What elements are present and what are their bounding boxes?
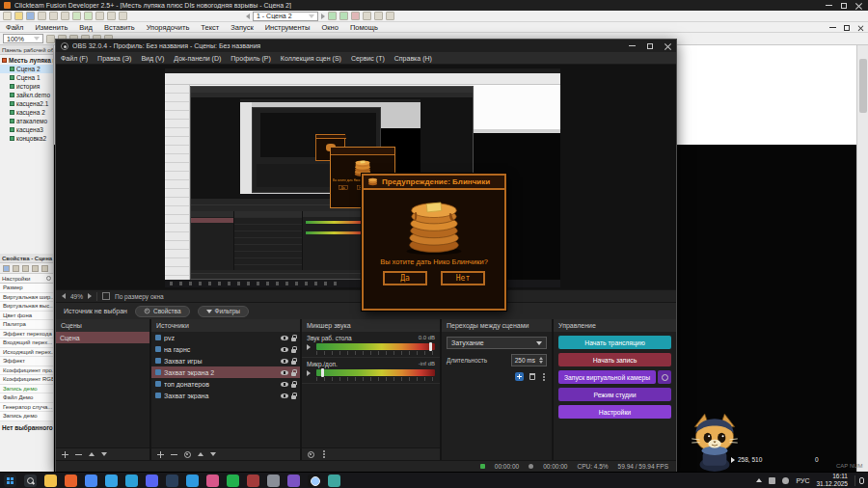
visibility-icon[interactable] xyxy=(281,382,288,387)
editor-vertical-scrollbar[interactable] xyxy=(856,45,868,472)
duration-spinner[interactable]: 250 ms xyxy=(511,354,547,366)
workspace-tree-item[interactable]: касцена3 xyxy=(0,125,53,134)
maximize-icon[interactable] xyxy=(841,3,847,9)
redo-icon[interactable] xyxy=(84,12,93,20)
sources-dock-title[interactable]: Источники xyxy=(151,319,300,332)
fit-to-window-checkbox[interactable] xyxy=(102,292,110,300)
obs-titlebar[interactable]: OBS 32.0.4 - Профиль: Без названия - Сце… xyxy=(56,40,676,52)
add-transition-button[interactable] xyxy=(515,372,524,381)
fusion-menu-item[interactable]: Помощь xyxy=(344,23,384,32)
source-settings-button[interactable] xyxy=(184,451,191,458)
lock-icon[interactable] xyxy=(291,395,296,399)
minimize-icon[interactable] xyxy=(829,27,836,28)
scene-down-button[interactable] xyxy=(101,452,107,456)
notification-center-button[interactable] xyxy=(854,475,864,486)
obs-menu-item[interactable]: Вид (V) xyxy=(136,55,169,62)
cut-icon[interactable] xyxy=(38,12,46,20)
volume-meter[interactable] xyxy=(316,369,435,376)
taskbar-app-icon[interactable] xyxy=(65,474,77,487)
taskbar-app-icon[interactable] xyxy=(267,474,280,487)
toolbar-icon[interactable] xyxy=(363,12,371,20)
taskbar-app-icon[interactable] xyxy=(308,474,320,487)
scrollbar-thumb[interactable] xyxy=(859,59,867,113)
events-tab-icon[interactable] xyxy=(32,265,39,272)
run-application-icon[interactable] xyxy=(328,12,337,20)
fusion-menu-item[interactable]: Окно xyxy=(315,23,343,32)
mixer-menu-button[interactable] xyxy=(323,453,325,455)
dialog-titlebar[interactable]: Предупреждение: Блинчики xyxy=(364,176,504,190)
workspace-tree-item[interactable]: Сцена 1 xyxy=(0,73,53,82)
previous-frame-icon[interactable] xyxy=(246,14,250,19)
source-row[interactable]: Захват экрана 2 xyxy=(151,366,300,378)
fusion-menu-item[interactable]: Изменить xyxy=(29,23,73,32)
minimize-icon[interactable] xyxy=(826,5,832,6)
control-button[interactable]: Начать запись xyxy=(558,353,671,366)
taskbar-app-icon[interactable] xyxy=(186,474,199,487)
layout-tab-icon[interactable] xyxy=(13,265,19,272)
display-tab-icon[interactable] xyxy=(22,265,29,272)
close-icon[interactable] xyxy=(855,2,862,9)
property-row[interactable]: Эффект xyxy=(0,357,53,366)
workspace-tree-item[interactable]: Месть лупяка п... xyxy=(0,56,53,65)
search-icon[interactable] xyxy=(46,276,51,281)
maximize-icon[interactable] xyxy=(647,43,653,49)
transitions-dock-title[interactable]: Переходы между сценами xyxy=(442,319,552,332)
zoom-selector[interactable]: 100% xyxy=(3,34,43,43)
vcam-config-button[interactable] xyxy=(658,370,671,384)
taskbar-app-icon[interactable] xyxy=(24,474,37,487)
fusion-menu-item[interactable]: Вид xyxy=(73,23,98,32)
zoom-in-icon[interactable] xyxy=(88,293,92,299)
taskbar-app-icon[interactable] xyxy=(105,474,118,487)
visibility-icon[interactable] xyxy=(281,393,288,398)
property-row[interactable]: Эффект перехода xyxy=(0,330,53,339)
property-row[interactable]: Файл Демо xyxy=(0,393,53,403)
about-tab-icon[interactable] xyxy=(41,265,48,272)
source-row[interactable]: pvz xyxy=(151,332,300,343)
visibility-icon[interactable] xyxy=(281,347,288,352)
obs-menu-item[interactable]: Док-панели (D) xyxy=(169,55,226,62)
run-frame-icon[interactable] xyxy=(339,12,348,20)
workspace-tree-item[interactable]: концовка2 xyxy=(0,134,53,143)
zoom-out-icon[interactable] xyxy=(62,293,66,299)
source-filters-button[interactable]: Фильтры xyxy=(198,306,250,317)
dialog-yes-button[interactable]: Да xyxy=(383,271,427,285)
lock-icon[interactable] xyxy=(291,372,296,376)
property-row[interactable]: Исходящий перех... xyxy=(0,348,53,358)
volume-icon[interactable] xyxy=(769,477,775,484)
remove-transition-button[interactable] xyxy=(529,373,535,380)
mixer-settings-button[interactable] xyxy=(308,451,314,458)
volume-fader[interactable] xyxy=(429,342,432,351)
source-row[interactable]: Захват игры xyxy=(151,355,300,366)
dialog-no-button[interactable]: Нет xyxy=(441,271,485,285)
close-icon[interactable] xyxy=(665,42,671,49)
taskbar-app-icon[interactable] xyxy=(247,474,259,487)
next-frame-icon[interactable] xyxy=(321,14,325,19)
transition-menu-button[interactable] xyxy=(543,376,545,378)
new-file-icon[interactable] xyxy=(3,12,12,20)
copy-icon[interactable] xyxy=(49,12,58,20)
storyboard-icon[interactable] xyxy=(95,12,104,20)
speaker-icon[interactable] xyxy=(307,370,313,376)
save-icon[interactable] xyxy=(26,12,35,20)
fusion-menu-item[interactable]: Текст xyxy=(195,23,225,32)
control-button[interactable]: Режим студии xyxy=(558,388,671,401)
volume-fader[interactable] xyxy=(321,368,324,377)
source-down-button[interactable] xyxy=(210,452,216,456)
taskbar-app-icon[interactable] xyxy=(328,474,340,487)
obs-menu-item[interactable]: Коллекция сцен (S) xyxy=(276,55,346,62)
frame-editor-icon[interactable] xyxy=(107,12,116,20)
paste-icon[interactable] xyxy=(61,12,69,20)
source-up-button[interactable] xyxy=(198,452,203,456)
minimize-icon[interactable] xyxy=(629,45,636,46)
workspace-tree-item[interactable]: Сцена 2 xyxy=(0,65,53,73)
volume-meter[interactable] xyxy=(316,343,435,350)
obs-menu-item[interactable]: Справка (H) xyxy=(390,55,437,62)
property-row[interactable]: Виртуальная выс... xyxy=(0,302,53,312)
visibility-icon[interactable] xyxy=(281,359,288,364)
taskbar-clock[interactable]: 16:11 31.12.2025 xyxy=(816,473,848,488)
add-scene-button[interactable] xyxy=(62,451,68,458)
taskbar-app-icon[interactable] xyxy=(146,474,158,487)
control-button[interactable]: Запуск виртуальной камеры xyxy=(558,370,656,384)
taskbar-app-icon[interactable] xyxy=(125,474,138,487)
source-properties-button[interactable]: Свойства xyxy=(135,306,190,317)
